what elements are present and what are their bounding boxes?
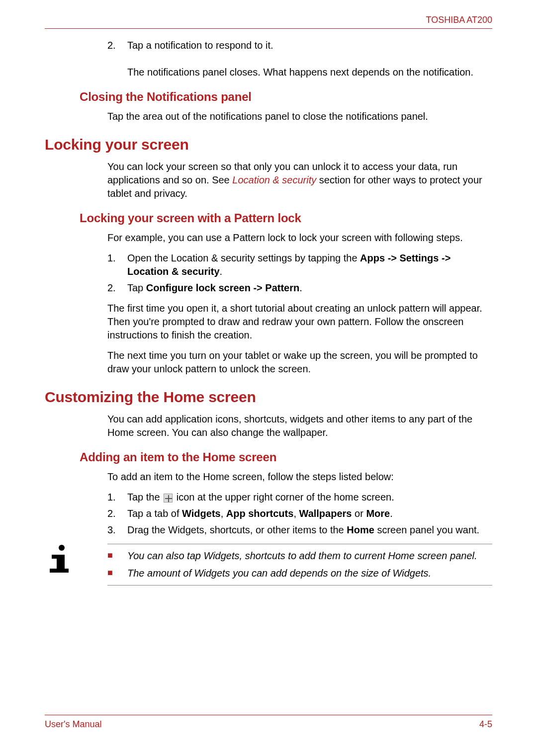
text: or — [352, 508, 366, 519]
header-product: TOSHIBA AT200 — [45, 15, 492, 25]
note-block: ■ You can also tap Widgets, shortcuts to… — [45, 544, 492, 586]
step-number: 2. — [107, 507, 127, 520]
text: Open the Location & security settings by… — [127, 252, 360, 263]
paragraph: You can lock your screen so that only yo… — [107, 160, 492, 200]
text: Tap a tab of — [127, 508, 182, 519]
heading-customizing-home: Customizing the Home screen — [45, 389, 492, 406]
step-text: Tap a notification to respond to it. The… — [127, 39, 492, 79]
list-item: 1. Tap the icon at the upper right corne… — [107, 491, 492, 504]
step-number: 1. — [107, 252, 127, 278]
svg-point-0 — [59, 545, 65, 551]
heading-locking-screen: Locking your screen — [45, 136, 492, 153]
bold-text: Configure lock screen -> Pattern — [146, 282, 299, 293]
heading-pattern-lock: Locking your screen with a Pattern lock — [80, 211, 492, 225]
step-number: 2. — [107, 281, 127, 295]
bold-text: More — [366, 508, 390, 519]
paragraph: For example, you can use a Pattern lock … — [107, 231, 492, 245]
note-list: ■ You can also tap Widgets, shortcuts to… — [107, 549, 492, 580]
paragraph: Tap the area out of the notifications pa… — [107, 110, 492, 123]
footer-rule — [45, 715, 492, 715]
step-text: Tap Configure lock screen -> Pattern. — [127, 281, 492, 295]
text: , — [221, 508, 226, 519]
footer: User's Manual 4-5 — [45, 719, 492, 730]
text: , — [293, 508, 299, 519]
text: Tap a notification to respond to it. — [127, 40, 273, 51]
link-location-security[interactable]: Location & security — [232, 174, 316, 185]
note-icon-column — [45, 544, 107, 586]
note-item: ■ You can also tap Widgets, shortcuts to… — [107, 549, 492, 563]
text: Drag the Widgets, shortcuts, or other it… — [127, 524, 347, 535]
add-item-steps: 1. Tap the icon at the upper right corne… — [107, 491, 492, 537]
note-text: You can also tap Widgets, shortcuts to a… — [127, 549, 492, 563]
note-item: ■ The amount of Widgets you can add depe… — [107, 567, 492, 580]
paragraph: The first time you open it, a short tuto… — [107, 302, 492, 342]
info-icon — [45, 544, 72, 574]
bullet-icon: ■ — [107, 567, 127, 580]
text: . — [220, 266, 223, 277]
list-item: 2. Tap a notification to respond to it. … — [107, 39, 492, 79]
text: Tap the — [127, 492, 163, 503]
paragraph: You can add application icons, shortcuts… — [107, 413, 492, 439]
step-text: Drag the Widgets, shortcuts, or other it… — [127, 523, 492, 537]
list-item: 2. Tap a tab of Widgets, App shortcuts, … — [107, 507, 492, 520]
text: . — [299, 282, 302, 293]
heading-closing-notifications: Closing the Notifications panel — [80, 90, 492, 104]
step-number: 1. — [107, 491, 127, 504]
footer-left: User's Manual — [45, 719, 101, 730]
list-item: 3. Drag the Widgets, shortcuts, or other… — [107, 523, 492, 537]
list-item: 2. Tap Configure lock screen -> Pattern. — [107, 281, 492, 295]
bold-text: Wallpapers — [299, 508, 352, 519]
bold-text: App shortcuts — [226, 508, 294, 519]
step-text: Tap the icon at the upper right corner o… — [127, 491, 492, 504]
bold-text: Widgets — [182, 508, 221, 519]
note-body: ■ You can also tap Widgets, shortcuts to… — [107, 544, 492, 586]
text: . — [390, 508, 393, 519]
top-ordered-list: 2. Tap a notification to respond to it. … — [107, 39, 492, 79]
note-text: The amount of Widgets you can add depend… — [127, 567, 492, 580]
step-number: 3. — [107, 523, 127, 537]
step-text: Tap a tab of Widgets, App shortcuts, Wal… — [127, 507, 492, 520]
paragraph: To add an item to the Home screen, follo… — [107, 470, 492, 484]
pattern-lock-steps: 1. Open the Location & security settings… — [107, 252, 492, 295]
text: screen panel you want. — [374, 524, 479, 535]
bullet-icon: ■ — [107, 549, 127, 563]
list-item: 1. Open the Location & security settings… — [107, 252, 492, 278]
heading-adding-item: Adding an item to the Home screen — [80, 450, 492, 464]
step-number: 2. — [107, 39, 127, 79]
header-rule — [45, 28, 492, 29]
footer-right: 4-5 — [479, 719, 492, 730]
bold-text: Home — [347, 524, 374, 535]
text: The notifications panel closes. What hap… — [127, 67, 473, 78]
paragraph: The next time you turn on your tablet or… — [107, 349, 492, 376]
step-text: Open the Location & security settings by… — [127, 252, 492, 278]
plus-icon — [164, 494, 173, 503]
text: icon at the upper right corner of the ho… — [174, 492, 394, 503]
text: Tap — [127, 282, 146, 293]
